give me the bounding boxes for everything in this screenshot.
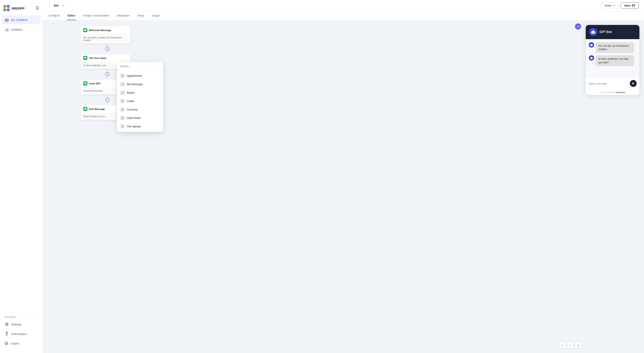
dropdown-item-currency-label: Currency <box>127 108 138 111</box>
svg-rect-11 <box>590 44 592 46</box>
chat-bot-name: GPT Bot <box>600 30 612 34</box>
node-type-dropdown: 💬 Appointment 💬 Bot Message 💬 Button 💬 C… <box>117 62 163 132</box>
dropdown-item-bot-message-label: Bot Message <box>127 83 143 86</box>
svg-point-8 <box>593 30 594 31</box>
topbar-actions: Share ↗ Save 💾 <box>601 2 639 9</box>
tab-setup[interactable]: Setup <box>136 11 145 20</box>
date-picker-icon: 💬 <box>120 116 125 120</box>
fullscreen-button[interactable]: ⤢ <box>575 342 581 348</box>
lightning-icon: ⚡ <box>600 91 602 94</box>
appypie-logo-icon <box>3 4 10 12</box>
bot-msg-icon-1 <box>590 43 593 46</box>
dropdown-item-button[interactable]: 💬 Button <box>117 88 163 97</box>
tab-usage[interactable]: Usage <box>151 11 160 20</box>
chat-preview-panel: GPT Bot Hi! I am bot, an AI-powered chat… <box>586 25 640 95</box>
flow-canvas[interactable]: ✕ 💬 Welcome Message ⋯ Hi! I am {{bot_nam… <box>42 20 586 353</box>
chat-header: GPT Bot <box>586 25 640 39</box>
tab-editor[interactable]: Editor <box>67 11 76 20</box>
save-button[interactable]: Save 💾 <box>620 2 639 9</box>
add-node-button-1[interactable]: + <box>105 46 110 51</box>
dropdown-item-appointment-label: Appointment <box>127 74 142 77</box>
chat-bot-avatar <box>589 28 597 36</box>
sidebar-item-logout-label: Logout <box>10 342 19 345</box>
share-icon: ↗ <box>613 4 615 7</box>
node-menu-welcome[interactable]: ⋯ <box>125 28 128 32</box>
save-icon: 💾 <box>632 4 635 7</box>
topbar: ‹ bot ✏ Share ↗ Save 💾 <box>42 0 644 11</box>
node-icon-user-input: 💬 <box>83 56 88 60</box>
connector-line-2 <box>107 69 108 72</box>
tabbar: Configure Editor Design Customisation In… <box>42 11 644 20</box>
hamburger-icon[interactable]: ☰ <box>36 6 39 10</box>
chat-message-1: Hi! I am bot, an AI-powered chatbot. <box>589 42 636 53</box>
dropdown-search-area <box>117 62 163 70</box>
add-node-button-3[interactable]: + <box>105 98 110 102</box>
dropdown-item-file-upload[interactable]: 💬 File Upload <box>117 122 163 131</box>
chat-messages: Hi! I am bot, an AI-powered chatbot. Is … <box>586 39 640 78</box>
flow-node-welcome: 💬 Welcome Message ⋯ Hi! I am {{bot_name}… <box>80 26 130 44</box>
share-button[interactable]: Share ↗ <box>601 2 619 9</box>
svg-rect-14 <box>591 44 592 44</box>
node-header-user-input: 💬 Get User Input <box>80 54 130 62</box>
sidebar-nav: 🤖 My ChatBots 📊 Analytics <box>0 15 42 313</box>
analytics-icon: 📊 <box>4 27 9 32</box>
dropdown-item-appointment[interactable]: 💬 Appointment <box>117 72 163 80</box>
currency-icon: 💬 <box>120 108 125 112</box>
node-title-user-input: Get User Input <box>89 56 128 60</box>
settings-icon: ⚙️ <box>4 322 9 326</box>
connector-3: + <box>105 94 110 105</box>
svg-rect-17 <box>592 58 592 58</box>
edit-bot-name-button[interactable]: ✏ <box>61 3 66 8</box>
connector-line-3 <box>107 94 108 98</box>
send-icon <box>632 82 635 85</box>
svg-rect-6 <box>594 32 594 32</box>
cards-icon: 💬 <box>120 99 125 103</box>
search-input[interactable] <box>120 65 160 68</box>
sidebar-item-subscription[interactable]: 🏅 Subscription <box>2 330 41 338</box>
add-node-button-2[interactable]: + <box>105 72 110 76</box>
svg-rect-15 <box>590 57 592 59</box>
tab-design[interactable]: Design Customisation <box>82 11 110 20</box>
button-icon: 💬 <box>120 90 125 95</box>
message-avatar-1 <box>589 42 594 48</box>
chat-send-button[interactable] <box>630 80 637 87</box>
dropdown-item-cards[interactable]: 💬 Cards <box>117 97 163 105</box>
zoom-out-button[interactable]: − <box>567 342 574 348</box>
svg-rect-1 <box>7 5 10 8</box>
sidebar-item-analytics[interactable]: 📊 Analytics <box>2 25 41 34</box>
chat-message-input[interactable] <box>588 82 628 85</box>
node-icon-end-message: 💬 <box>83 107 88 111</box>
sidebar-item-logout[interactable]: ⏻ Logout <box>2 339 41 348</box>
message-avatar-2 <box>589 55 594 60</box>
connector-line-1 <box>107 44 108 46</box>
svg-rect-0 <box>4 5 6 8</box>
dropdown-item-bot-message[interactable]: 💬 Bot Message <box>117 80 163 88</box>
connector-line-1b <box>107 51 108 54</box>
sidebar-item-chatbots[interactable]: 🤖 My ChatBots <box>2 15 41 24</box>
connector-2: + <box>105 69 110 80</box>
svg-rect-18 <box>591 57 592 57</box>
bot-msg-icon-2 <box>590 56 593 60</box>
dropdown-item-currency[interactable]: 💬 Currency <box>117 105 163 114</box>
powered-by-text: Powered By <box>603 91 615 94</box>
node-icon-welcome: 💬 <box>83 28 88 32</box>
dropdown-item-date-picker[interactable]: 💬 Date Picker <box>117 114 163 122</box>
main-content: ‹ bot ✏ Share ↗ Save 💾 Configure Editor … <box>42 0 644 353</box>
sidebar-item-settings-label: Settings <box>11 323 22 326</box>
dropdown-item-button-label: Button <box>127 91 135 94</box>
dropdown-item-date-picker-label: Date Picker <box>127 116 141 120</box>
close-preview-button[interactable]: ✕ <box>575 24 581 30</box>
sidebar-item-settings[interactable]: ⚙️ Settings <box>2 320 41 329</box>
appointment-icon: 💬 <box>120 74 125 78</box>
dropdown-item-file-upload-label: File Upload <box>127 125 140 128</box>
svg-rect-5 <box>592 32 593 32</box>
back-button[interactable]: ‹ <box>48 3 52 8</box>
svg-rect-13 <box>592 45 592 45</box>
tab-configure[interactable]: Configure <box>48 11 61 20</box>
zoom-in-button[interactable]: + <box>560 342 566 348</box>
chat-footer: ⚡ Powered By Company <box>586 89 640 95</box>
zoom-controls: + − ⤢ <box>560 342 581 348</box>
tab-integration[interactable]: Integration <box>116 11 130 20</box>
message-bubble-1: Hi! I am bot, an AI-powered chatbot. <box>596 42 634 53</box>
company-name: Company <box>616 91 625 94</box>
